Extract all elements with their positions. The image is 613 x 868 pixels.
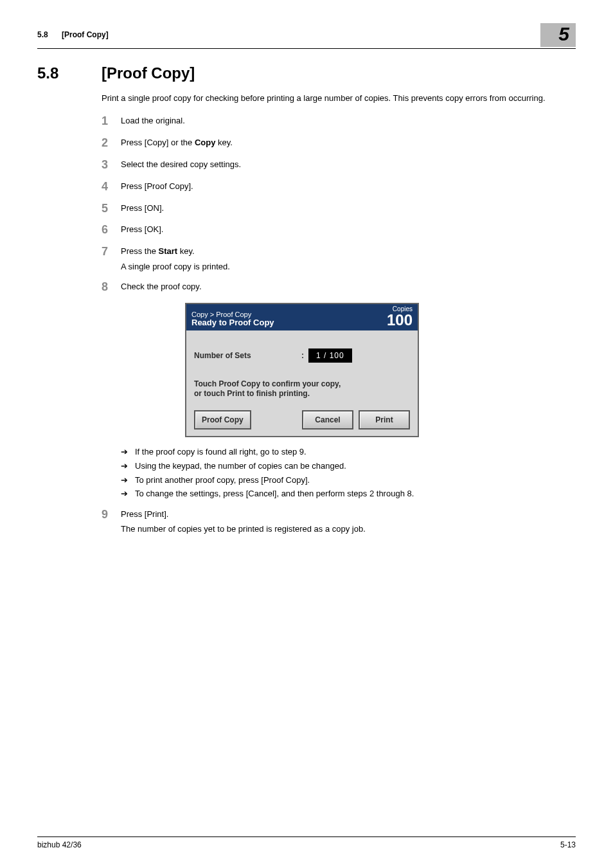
panel-message: Touch Proof Copy to confirm your copy, o… xyxy=(194,379,410,399)
panel-message-line: Touch Proof Copy to confirm your copy, xyxy=(194,379,410,389)
header-divider xyxy=(37,48,576,49)
result-note-item: Using the keypad, the number of copies c… xyxy=(121,460,576,472)
step-text: Press [Copy] or the Copy key. xyxy=(121,137,576,150)
step-subtext: A single proof copy is printed. xyxy=(121,261,576,273)
step-text-part: key. xyxy=(177,246,195,256)
panel-copies-value: 100 xyxy=(387,312,413,328)
panel-copies-indicator: Copies 100 xyxy=(387,306,413,328)
step-number: 7 xyxy=(102,246,121,272)
step-number: 6 xyxy=(102,224,121,237)
result-note-item: To change the settings, press [Cancel], … xyxy=(121,488,576,500)
step-number: 4 xyxy=(102,181,121,194)
step-text: Press [OK]. xyxy=(121,224,576,237)
step-text-bold: Copy xyxy=(195,138,216,147)
step-number: 5 xyxy=(102,203,121,215)
step-text: Check the proof copy. xyxy=(121,281,576,294)
footer-page-number: 5-13 xyxy=(560,840,576,850)
section-heading: 5.8 [Proof Copy] xyxy=(37,63,576,84)
panel-numsets-value: 1 / 100 xyxy=(308,348,352,363)
panel-message-line: or touch Print to finish printing. xyxy=(194,389,410,399)
step-number: 2 xyxy=(102,137,121,150)
footer-divider xyxy=(37,836,576,837)
step-subtext: The number of copies yet to be printed i… xyxy=(121,523,576,535)
panel-status: Ready to Proof Copy xyxy=(191,318,387,328)
footer-manual-name: bizhub 42/36 xyxy=(37,840,82,850)
step-number: 9 xyxy=(102,509,121,535)
printer-lcd-panel: Copy > Proof Copy Ready to Proof Copy Co… xyxy=(185,303,419,437)
step-number: 1 xyxy=(102,115,121,128)
step-text: Press [Print]. The number of copies yet … xyxy=(121,509,576,535)
panel-numsets-label: Number of Sets xyxy=(194,350,297,361)
section-number: 5.8 xyxy=(37,63,102,84)
intro-paragraph: Print a single proof copy for checking b… xyxy=(102,93,576,104)
colon: : xyxy=(297,350,308,361)
step-text-part: key. xyxy=(215,138,233,147)
step-text-part: Press [Copy] or the xyxy=(121,138,195,147)
running-header: 5.8 [Proof Copy] 5 xyxy=(37,23,576,47)
running-header-title: [Proof Copy] xyxy=(62,30,109,39)
running-header-left: 5.8 [Proof Copy] xyxy=(37,30,109,40)
result-notes-list: If the proof copy is found all right, go… xyxy=(121,446,576,499)
step-text: Press [Proof Copy]. xyxy=(121,181,576,194)
step-text-part: Press [Print]. xyxy=(121,509,168,519)
step-number: 8 xyxy=(102,281,121,294)
step-text: Load the original. xyxy=(121,115,576,128)
result-note-item: If the proof copy is found all right, go… xyxy=(121,446,576,458)
step-number: 3 xyxy=(102,159,121,172)
cancel-button[interactable]: Cancel xyxy=(302,410,353,429)
result-note-item: To print another proof copy, press [Proo… xyxy=(121,475,576,486)
page: 5.8 [Proof Copy] 5 5.8 [Proof Copy] Prin… xyxy=(0,0,613,868)
step-text-bold: Start xyxy=(159,246,178,256)
section-title: [Proof Copy] xyxy=(102,63,195,84)
panel-titlebar: Copy > Proof Copy Ready to Proof Copy Co… xyxy=(186,304,418,330)
step-text-part: Press the xyxy=(121,246,159,256)
print-button[interactable]: Print xyxy=(359,410,410,429)
chapter-number-badge: 5 xyxy=(540,23,576,47)
proof-copy-button[interactable]: Proof Copy xyxy=(194,410,251,429)
running-header-secnum: 5.8 xyxy=(37,30,48,39)
page-footer: bizhub 42/36 5-13 xyxy=(37,832,576,850)
step-text: Select the desired copy settings. xyxy=(121,159,576,172)
step-text: Press [ON]. xyxy=(121,203,576,215)
step-text: Press the Start key. A single proof copy… xyxy=(121,246,576,272)
